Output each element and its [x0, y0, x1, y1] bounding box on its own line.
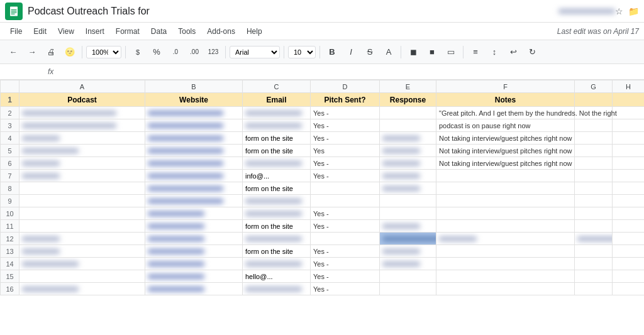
cell-c13[interactable]: form on the site — [243, 245, 311, 258]
cell-g14[interactable] — [575, 258, 613, 270]
cell-c14[interactable] — [243, 258, 311, 270]
cell-g6[interactable] — [575, 157, 613, 170]
cell-g9[interactable] — [575, 195, 613, 207]
cell-e2[interactable] — [380, 107, 436, 119]
borders-button[interactable]: ■ — [424, 44, 440, 60]
header-response[interactable]: Response — [380, 93, 436, 107]
cell-b2[interactable] — [145, 107, 243, 119]
fill-color-button[interactable]: ◼ — [405, 44, 421, 60]
cell-c9[interactable] — [243, 195, 311, 207]
cell-c5[interactable]: form on the site — [243, 145, 311, 157]
cell-b5[interactable] — [145, 145, 243, 157]
cell-d9[interactable] — [311, 195, 380, 207]
cell-a6[interactable] — [19, 157, 145, 170]
cell-g7[interactable] — [575, 170, 613, 182]
valign-button[interactable]: ↕ — [486, 44, 502, 60]
cell-f4[interactable]: Not taking interview/guest pitches right… — [436, 132, 575, 145]
col-header-a[interactable]: A — [19, 80, 145, 93]
cell-h2[interactable] — [613, 107, 645, 119]
cell-b13[interactable] — [145, 245, 243, 258]
cell-d2[interactable]: Yes - — [311, 107, 380, 119]
cell-c11[interactable]: form on the site — [243, 220, 311, 233]
align-button[interactable]: ≡ — [467, 44, 484, 60]
cell-d12[interactable] — [311, 233, 380, 245]
col-header-e[interactable]: E — [380, 80, 436, 93]
cell-c2[interactable] — [243, 107, 311, 119]
cell-e13[interactable] — [380, 245, 436, 258]
cell-f5[interactable]: Not taking interview/guest pitches right… — [436, 145, 575, 157]
cell-e3[interactable] — [380, 119, 436, 132]
menu-tools[interactable]: Tools — [173, 25, 201, 38]
cell-c8[interactable]: form on the site — [243, 182, 311, 195]
cell-b4[interactable] — [145, 132, 243, 145]
cell-b8[interactable] — [145, 182, 243, 195]
cell-b16[interactable] — [145, 283, 243, 295]
strikethrough-button[interactable]: S — [362, 44, 378, 60]
cell-e14[interactable] — [380, 258, 436, 270]
cell-b10[interactable] — [145, 207, 243, 220]
paint-format-button[interactable]: 🌝 — [62, 44, 78, 60]
cell-f7[interactable] — [436, 170, 575, 182]
cell-g12[interactable] — [575, 233, 613, 245]
cell-c12[interactable] — [243, 233, 311, 245]
cell-f13[interactable] — [436, 245, 575, 258]
header-pitch[interactable]: Pitch Sent? — [311, 93, 380, 107]
cell-d15[interactable]: Yes - — [311, 270, 380, 283]
cell-b3[interactable] — [145, 119, 243, 132]
decimal-dec-button[interactable]: .0 — [167, 44, 184, 60]
cell-a2[interactable] — [19, 107, 145, 119]
header-website[interactable]: Website — [145, 93, 243, 107]
zoom-select[interactable]: 100% — [86, 46, 121, 58]
cell-d5[interactable]: Yes — [311, 145, 380, 157]
cell-h5[interactable] — [613, 145, 645, 157]
col-header-g[interactable]: G — [575, 80, 613, 93]
cell-c6[interactable] — [243, 157, 311, 170]
header-podcast[interactable]: Podcast — [19, 93, 145, 107]
cell-g15[interactable] — [575, 270, 613, 283]
cell-h9[interactable] — [613, 195, 645, 207]
cell-a9[interactable] — [19, 195, 145, 207]
cell-e10[interactable] — [380, 207, 436, 220]
percent-button[interactable]: % — [148, 44, 165, 60]
cell-c4[interactable]: form on the site — [243, 132, 311, 145]
cell-g16[interactable] — [575, 283, 613, 295]
format-123-button[interactable]: 123 — [205, 44, 221, 60]
header-email[interactable]: Email — [243, 93, 311, 107]
col-header-b[interactable]: B — [145, 80, 243, 93]
cell-f9[interactable] — [436, 195, 575, 207]
folder-icon[interactable]: 📁 — [628, 6, 639, 16]
cell-f12[interactable] — [436, 233, 575, 245]
cell-h8[interactable] — [613, 182, 645, 195]
header-h[interactable] — [575, 93, 613, 107]
menu-format[interactable]: Format — [111, 25, 145, 38]
cell-d8[interactable] — [311, 182, 380, 195]
cell-f3[interactable]: podcast is on pause right now — [436, 119, 575, 132]
cell-h13[interactable] — [613, 245, 645, 258]
cell-c3[interactable] — [243, 119, 311, 132]
cell-f2[interactable]: "Great pitch. And I get them by the hund… — [436, 107, 575, 119]
cell-h12[interactable] — [613, 233, 645, 245]
cell-c10[interactable] — [243, 207, 311, 220]
cell-a3[interactable] — [19, 119, 145, 132]
cell-d14[interactable]: Yes - — [311, 258, 380, 270]
undo-button[interactable]: ← — [5, 44, 21, 60]
cell-d16[interactable]: Yes - — [311, 283, 380, 295]
italic-button[interactable]: I — [343, 44, 359, 60]
wrap-button[interactable]: ↩ — [505, 44, 521, 60]
cell-e5[interactable] — [380, 145, 436, 157]
header-i[interactable] — [613, 93, 645, 107]
cell-f6[interactable]: Not taking interview/guest pitches right… — [436, 157, 575, 170]
cell-f10[interactable] — [436, 207, 575, 220]
cell-h15[interactable] — [613, 270, 645, 283]
cell-g8[interactable] — [575, 182, 613, 195]
cell-e9[interactable] — [380, 195, 436, 207]
cell-c15[interactable]: hello@... — [243, 270, 311, 283]
cell-c16[interactable] — [243, 283, 311, 295]
cell-f15[interactable] — [436, 270, 575, 283]
font-select[interactable]: Arial — [230, 46, 280, 58]
col-header-c[interactable]: C — [243, 80, 311, 93]
merge-cells-button[interactable]: ▭ — [443, 44, 459, 60]
currency-button[interactable]: $ — [130, 44, 146, 60]
cell-b14[interactable] — [145, 258, 243, 270]
text-color-button[interactable]: A — [380, 44, 397, 60]
